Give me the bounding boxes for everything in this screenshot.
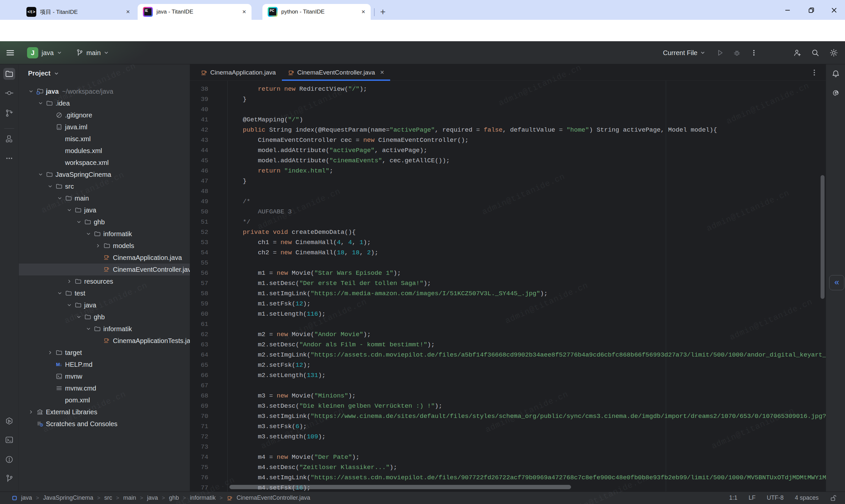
code-line[interactable]: /*: [228, 197, 250, 207]
more-tool-windows-icon[interactable]: [3, 152, 15, 164]
browser-tab-java[interactable]: IE java - TitanIDE ✕: [138, 4, 251, 20]
line-number[interactable]: 67: [201, 381, 208, 391]
line-number[interactable]: 51: [201, 217, 208, 227]
code-line[interactable]: m1.setFsk(12);: [228, 299, 311, 309]
code-line[interactable]: m4 = new Movie("Der Pate");: [228, 452, 359, 463]
code-line[interactable]: ch1 = new CinemaHall(4, 4, 1);: [228, 237, 371, 248]
code-line[interactable]: AUFGABE 3: [228, 207, 292, 217]
chevron-down-icon[interactable]: [53, 70, 60, 77]
line-number[interactable]: 73: [201, 442, 208, 452]
line-number[interactable]: 66: [201, 371, 208, 381]
line-number[interactable]: 64: [201, 350, 208, 360]
code-line[interactable]: m3.setFsk(6);: [228, 421, 307, 432]
line-number[interactable]: 65: [201, 360, 208, 371]
line-number[interactable]: 72: [201, 432, 208, 442]
code-line[interactable]: return "index.html";: [228, 166, 333, 176]
chevron-closed-icon[interactable]: [94, 242, 103, 249]
chevron-closed-icon[interactable]: [28, 408, 36, 416]
code-line[interactable]: m2.setFsk(12);: [228, 360, 311, 371]
main-menu-hamburger-icon[interactable]: [5, 48, 15, 58]
line-number[interactable]: 50: [201, 207, 208, 217]
line-separator[interactable]: LF: [749, 494, 756, 501]
code-line[interactable]: m1.setImgLink("https://m.media-amazon.co…: [228, 289, 548, 299]
tree-item-target[interactable]: target: [19, 347, 190, 359]
code-line[interactable]: }: [228, 176, 247, 186]
line-number[interactable]: 44: [201, 145, 208, 156]
tree-item-external-libraries[interactable]: External Libraries: [19, 406, 190, 418]
chevron-open-icon[interactable]: [75, 218, 84, 226]
browser-tab-project[interactable]: <t> 项目 - TitanIDE ✕: [21, 4, 135, 20]
tree-item-informatik[interactable]: informatik: [19, 323, 190, 335]
version-control-tool-icon[interactable]: [3, 472, 15, 484]
code-editor[interactable]: 3839404142434445464748495051525354555657…: [190, 81, 826, 491]
chevron-open-icon[interactable]: [47, 183, 55, 190]
line-number[interactable]: 47: [201, 176, 208, 186]
tree-item-resources[interactable]: resources: [19, 275, 190, 287]
line-number[interactable]: 39: [201, 94, 208, 105]
tree-item-javaspringcinema[interactable]: JavaSpringCinema: [19, 168, 190, 180]
line-number[interactable]: 59: [201, 299, 208, 309]
line-number[interactable]: 70: [201, 411, 208, 421]
line-number[interactable]: 54: [201, 248, 208, 258]
run-button[interactable]: [716, 49, 724, 57]
project-selector[interactable]: java: [41, 49, 54, 57]
settings-gear-icon[interactable]: [829, 48, 839, 57]
caret-position[interactable]: 1:1: [729, 494, 737, 501]
chevron-down-icon[interactable]: [700, 50, 706, 56]
window-close-button[interactable]: [828, 5, 841, 16]
notifications-bell-icon[interactable]: [830, 68, 842, 80]
line-number[interactable]: 71: [201, 421, 208, 432]
line-number[interactable]: 49: [201, 197, 208, 207]
line-number[interactable]: 62: [201, 329, 208, 340]
chevron-open-icon[interactable]: [56, 195, 65, 202]
breadcrumb-item[interactable]: main: [123, 494, 136, 501]
tab-close-icon[interactable]: ✕: [380, 69, 384, 75]
code-line[interactable]: m4.setImgLink("https://assets.cdn.moviep…: [228, 473, 826, 483]
line-number[interactable]: 63: [201, 340, 208, 350]
editor-tab-cinemaeventcontroller[interactable]: CinemaEventController.java ✕: [282, 64, 390, 80]
window-minimize-button[interactable]: [781, 5, 794, 16]
tree-item-cinemaeventcontroller.java[interactable]: CinemaEventController.java: [19, 264, 190, 275]
code-line[interactable]: CinemaEventController cec = new CinemaEv…: [228, 135, 469, 145]
code-line[interactable]: public String index(@RequestParam(name="…: [228, 125, 717, 135]
line-number[interactable]: 74: [201, 452, 208, 463]
tree-item-mvnw[interactable]: mvnw: [19, 371, 190, 382]
code-line[interactable]: m1.setDesc("Der erste Teil der tollen Sa…: [228, 278, 431, 289]
code-line[interactable]: m4.setDesc("Zeitloser Klassiker...");: [228, 463, 397, 473]
code-line[interactable]: model.addAttribute("activePage", activeP…: [228, 145, 427, 156]
line-number[interactable]: 48: [201, 186, 208, 197]
line-number[interactable]: 57: [201, 278, 208, 289]
tree-item-workspace.xml[interactable]: workspace.xml: [19, 157, 190, 168]
chevron-open-icon[interactable]: [56, 290, 65, 297]
editor-tab-cinemaapplication[interactable]: CinemaApplication.java: [195, 64, 282, 80]
breadcrumb-item[interactable]: ghb: [169, 494, 179, 501]
line-number[interactable]: 61: [201, 319, 208, 329]
tree-item-informatik[interactable]: informatik: [19, 228, 190, 240]
problems-tool-icon[interactable]: [3, 453, 15, 465]
line-number[interactable]: 52: [201, 227, 208, 237]
code-line[interactable]: model.addAttribute("cinemaEvents", cec.g…: [228, 156, 450, 166]
chevron-open-icon[interactable]: [85, 230, 94, 237]
terminal-tool-icon[interactable]: [3, 434, 15, 446]
chevron-open-icon[interactable]: [66, 302, 75, 309]
code-line[interactable]: */: [228, 217, 250, 227]
chevron-down-icon[interactable]: [103, 50, 110, 56]
debug-button[interactable]: [733, 49, 741, 57]
file-encoding[interactable]: UTF-8: [767, 494, 784, 501]
code-line[interactable]: m1 = new Movie("Star Wars Episode 1");: [228, 268, 401, 278]
indent-style[interactable]: 4 spaces: [795, 494, 818, 501]
project-tool-icon[interactable]: [3, 68, 15, 80]
chevron-open-icon[interactable]: [75, 313, 84, 321]
tab-close-icon[interactable]: ✕: [126, 9, 130, 15]
code-line[interactable]: m2.setLength(131);: [228, 371, 325, 381]
tree-item-help.md[interactable]: M↓HELP.md: [19, 359, 190, 371]
chevron-open-icon[interactable]: [37, 100, 46, 107]
line-number[interactable]: 55: [201, 258, 208, 268]
run-configuration-selector[interactable]: Current File: [663, 49, 698, 57]
chevron-open-icon[interactable]: [37, 171, 46, 178]
tree-item-java.iml[interactable]: java.iml: [19, 121, 190, 133]
code-line[interactable]: m2 = new Movie("Andor Movie");: [228, 329, 371, 340]
tree-item-java[interactable]: java~/workspace/java: [19, 86, 190, 97]
line-number[interactable]: 40: [201, 105, 208, 115]
tree-item-cinemaapplicationtests.java[interactable]: CinemaApplicationTests.java: [19, 335, 190, 347]
